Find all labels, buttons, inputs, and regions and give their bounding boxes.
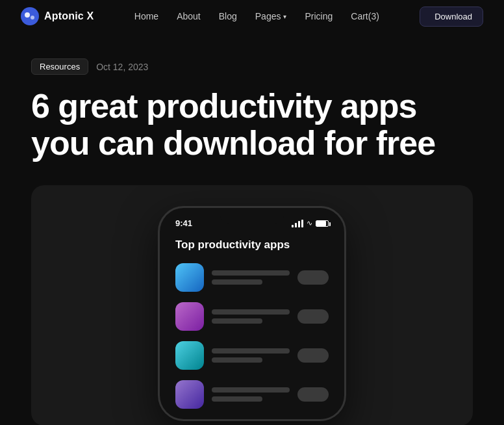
resources-tag[interactable]: Resources	[31, 58, 88, 75]
pages-chevron-icon: ▾	[283, 13, 286, 20]
app-icon-1	[175, 263, 204, 292]
signal-icon	[292, 220, 303, 227]
svg-point-1	[25, 12, 30, 18]
logo-text: Aptonic X	[44, 10, 94, 22]
nav-about[interactable]: About	[177, 11, 201, 21]
wifi-icon: ∿	[307, 219, 312, 227]
phone-card: 9:41 ∿ Top productivity apps	[31, 185, 473, 425]
phone-mockup: 9:41 ∿ Top productivity apps	[158, 206, 346, 421]
phone-app-list-title: Top productivity apps	[175, 238, 329, 251]
app-desc-line-2	[212, 318, 262, 324]
battery-icon	[316, 220, 329, 227]
logo[interactable]: Aptonic X	[21, 7, 94, 25]
nav-blog[interactable]: Blog	[219, 11, 237, 21]
app-icon-2	[175, 302, 204, 331]
app-row	[175, 380, 329, 409]
nav-pages[interactable]: Pages ▾	[255, 11, 287, 21]
app-info-2	[212, 309, 290, 324]
app-desc-line-1	[212, 279, 262, 285]
svg-point-2	[31, 16, 34, 19]
download-button[interactable]: Download	[420, 6, 483, 27]
nav-pricing[interactable]: Pricing	[305, 11, 333, 21]
tag-date-row: Resources Oct 12, 2023	[31, 58, 473, 75]
phone-status-icons: ∿	[292, 219, 329, 227]
svg-point-0	[21, 7, 39, 25]
app-get-button-4[interactable]	[297, 387, 329, 402]
nav-home[interactable]: Home	[134, 11, 158, 21]
app-row	[175, 341, 329, 370]
logo-icon	[21, 7, 39, 25]
article-title: 6 great productivity apps you can downlo…	[31, 88, 473, 162]
app-info-3	[212, 348, 290, 363]
nav-links: Home About Blog Pages ▾ Pricing Cart(3)	[134, 11, 379, 21]
app-desc-line-4	[212, 396, 262, 402]
publish-date: Oct 12, 2023	[96, 62, 148, 72]
app-get-button-1[interactable]	[297, 270, 329, 285]
app-icon-3	[175, 341, 204, 370]
app-name-line-2	[212, 309, 290, 315]
app-get-button-2[interactable]	[297, 309, 329, 324]
app-name-line-1	[212, 270, 290, 276]
app-name-line-3	[212, 348, 290, 354]
phone-content: Top productivity apps	[173, 238, 331, 409]
app-get-button-3[interactable]	[297, 348, 329, 363]
app-row	[175, 263, 329, 292]
app-name-line-4	[212, 387, 290, 393]
phone-time: 9:41	[175, 218, 192, 228]
app-info-4	[212, 387, 290, 402]
app-info-1	[212, 270, 290, 285]
download-button-label: Download	[435, 12, 472, 21]
app-desc-line-3	[212, 357, 262, 363]
navbar: Aptonic X Home About Blog Pages ▾ Pricin…	[0, 0, 504, 32]
nav-cart[interactable]: Cart(3)	[351, 11, 379, 21]
app-row	[175, 302, 329, 331]
app-icon-4	[175, 380, 204, 409]
phone-notch	[220, 208, 284, 224]
main-content: Resources Oct 12, 2023 6 great productiv…	[0, 32, 504, 425]
